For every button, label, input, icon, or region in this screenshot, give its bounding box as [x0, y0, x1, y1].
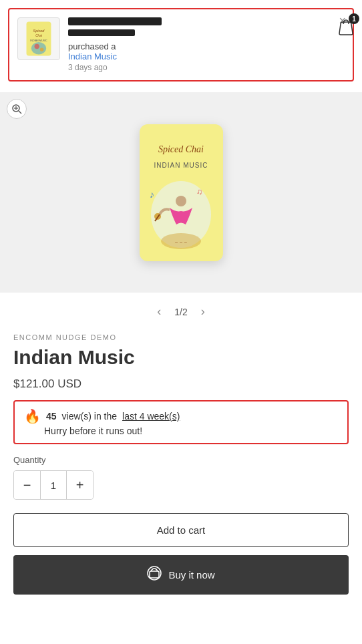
- buy-now-label: Buy it now: [168, 569, 214, 581]
- top-bar: Spiced Chai INDIAN MUSIC purchased a Ind…: [0, 8, 362, 82]
- zoom-button[interactable]: [7, 99, 27, 119]
- bag-icon[interactable]: 1: [335, 16, 357, 37]
- nudge-box: 🔥 45 view(s) in the last 4 week(s) Hurry…: [13, 400, 349, 444]
- product-image: Spiced Chai INDIAN MUSIC ♪ ♫ ~ ~ ~: [128, 116, 234, 269]
- notification-name-bar2: [68, 29, 135, 36]
- product-brand: ENCOMM NUDGE DEMO: [13, 333, 349, 341]
- nudge-view-count: 45: [46, 411, 57, 422]
- svg-point-6: [40, 47, 44, 51]
- buy-now-icon: [147, 566, 162, 584]
- bag-icon-container[interactable]: 1: [335, 16, 359, 40]
- prev-arrow[interactable]: ‹: [157, 305, 161, 319]
- pagination-text: 1/2: [174, 307, 187, 317]
- svg-text:♪: ♪: [150, 189, 154, 200]
- product-section: ENCOMM NUDGE DEMO Indian Music $121.00 U…: [0, 325, 362, 595]
- notification-product-image: Spiced Chai INDIAN MUSIC: [17, 17, 60, 60]
- nudge-top-row: 🔥 45 view(s) in the last 4 week(s): [24, 408, 338, 424]
- svg-text:Spiced: Spiced: [33, 29, 45, 33]
- notification-popup: Spiced Chai INDIAN MUSIC purchased a Ind…: [8, 8, 354, 82]
- quantity-minus-button[interactable]: −: [14, 471, 40, 499]
- quantity-label: Quantity: [13, 455, 349, 465]
- notification-text: purchased a Indian Music: [68, 41, 345, 61]
- svg-text:Chai: Chai: [35, 34, 42, 37]
- notification-time: 3 days ago: [68, 63, 345, 72]
- svg-text:~ ~ ~: ~ ~ ~: [174, 240, 187, 246]
- svg-line-8: [19, 111, 21, 114]
- svg-text:INDIAN MUSIC: INDIAN MUSIC: [30, 39, 47, 42]
- product-gallery: Spiced Chai INDIAN MUSIC ♪ ♫ ~ ~ ~: [0, 92, 362, 293]
- buy-now-button[interactable]: Buy it now: [13, 555, 349, 595]
- product-price: $121.00 USD: [13, 377, 349, 391]
- product-link[interactable]: Indian Music: [68, 51, 117, 61]
- product-title: Indian Music: [13, 345, 349, 369]
- svg-point-5: [35, 44, 39, 49]
- fire-emoji: 🔥: [24, 408, 41, 424]
- bag-badge: 1: [349, 13, 359, 24]
- svg-text:INDIAN MUSIC: INDIAN MUSIC: [154, 162, 208, 169]
- nudge-views-text: view(s) in the: [62, 411, 117, 422]
- purchased-label: purchased a: [68, 41, 116, 51]
- svg-point-4: [31, 42, 46, 54]
- notification-content: purchased a Indian Music 3 days ago: [68, 17, 345, 72]
- notification-name-bar: [68, 17, 162, 25]
- svg-point-15: [176, 196, 186, 206]
- svg-text:Spiced Chai: Spiced Chai: [158, 144, 203, 154]
- quantity-plus-button[interactable]: +: [67, 471, 93, 499]
- add-to-cart-button[interactable]: Add to cart: [13, 513, 349, 547]
- nudge-urgency: Hurry before it runs out!: [24, 426, 338, 436]
- svg-text:♫: ♫: [196, 187, 202, 196]
- pagination: ‹ 1/2 ›: [0, 293, 362, 325]
- quantity-value: 1: [40, 471, 67, 499]
- next-arrow[interactable]: ›: [201, 305, 205, 319]
- quantity-control: − 1 +: [13, 470, 94, 500]
- svg-rect-23: [150, 571, 159, 578]
- nudge-period: last 4 week(s): [122, 411, 180, 422]
